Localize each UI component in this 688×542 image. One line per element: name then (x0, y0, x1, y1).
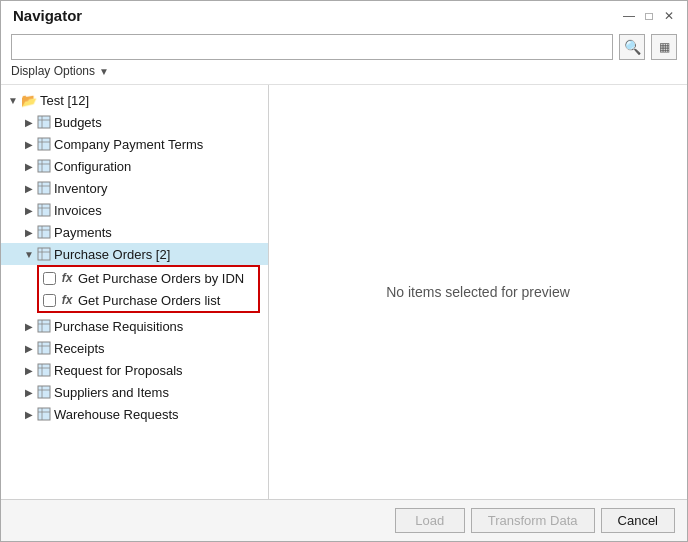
item-label: Get Purchase Orders by IDN (78, 271, 244, 286)
transform-data-button[interactable]: Transform Data (471, 508, 595, 533)
svg-rect-33 (38, 408, 50, 420)
tree-item-receipts[interactable]: ▶ Receipts (1, 337, 268, 359)
expand-icon: ▼ (21, 249, 37, 260)
table-icon (37, 181, 51, 195)
svg-rect-24 (38, 342, 50, 354)
tree-item-suppliers-and-items[interactable]: ▶ Suppliers and Items (1, 381, 268, 403)
window-body: 🔍 ▦ Display Options ▼ ▼ 📂 Test [12] (1, 28, 687, 541)
tree-item-request-for-proposals[interactable]: ▶ Request for Proposals (1, 359, 268, 381)
item-label: Get Purchase Orders list (78, 293, 220, 308)
item-checkbox[interactable] (43, 272, 56, 285)
root-label: Test [12] (40, 93, 89, 108)
svg-rect-15 (38, 226, 50, 238)
tree-item-configuration[interactable]: ▶ Configuration (1, 155, 268, 177)
item-label: Payments (54, 225, 112, 240)
navigator-window: Navigator — □ ✕ 🔍 ▦ Display Options ▼ (0, 0, 688, 542)
table-icon (37, 319, 51, 333)
footer: Load Transform Data Cancel (1, 499, 687, 541)
svg-rect-27 (38, 364, 50, 376)
item-label: Budgets (54, 115, 102, 130)
table-icon (37, 407, 51, 421)
item-label: Configuration (54, 159, 131, 174)
svg-rect-21 (38, 320, 50, 332)
item-label: Purchase Orders [2] (54, 247, 170, 262)
svg-rect-12 (38, 204, 50, 216)
svg-rect-18 (38, 248, 50, 260)
load-button[interactable]: Load (395, 508, 465, 533)
item-label: Company Payment Terms (54, 137, 203, 152)
function-icon: fx (60, 271, 74, 285)
root-folder-icon: 📂 (21, 93, 37, 108)
table-icon (37, 247, 51, 261)
tree-item-payments[interactable]: ▶ Payments (1, 221, 268, 243)
tree-item-budgets[interactable]: ▶ Budgets (1, 111, 268, 133)
function-icon: fx (60, 293, 74, 307)
search-button[interactable]: 🔍 (619, 34, 645, 60)
filter-icon: ▦ (659, 40, 670, 54)
window-title: Navigator (13, 7, 82, 24)
svg-rect-6 (38, 160, 50, 172)
table-icon (37, 137, 51, 151)
expand-icon: ▶ (21, 117, 37, 128)
svg-rect-30 (38, 386, 50, 398)
expand-icon: ▶ (21, 227, 37, 238)
expand-icon: ▶ (21, 205, 37, 216)
expand-icon: ▶ (21, 139, 37, 150)
display-options-arrow: ▼ (99, 66, 109, 77)
tree-item-get-purchase-orders-list[interactable]: fx Get Purchase Orders list (39, 289, 258, 311)
maximize-button[interactable]: □ (641, 8, 657, 24)
expand-icon: ▶ (21, 321, 37, 332)
expand-icon: ▶ (21, 387, 37, 398)
table-icon (37, 203, 51, 217)
tree-item-warehouse-requests[interactable]: ▶ Warehouse Requests (1, 403, 268, 425)
search-icon: 🔍 (624, 39, 641, 55)
expand-icon: ▶ (21, 409, 37, 420)
svg-rect-0 (38, 116, 50, 128)
content-area: ▼ 📂 Test [12] ▶ Budgets (1, 85, 687, 499)
tree-item-company-payment-terms[interactable]: ▶ Company Payment Terms (1, 133, 268, 155)
table-icon (37, 225, 51, 239)
expand-icon: ▶ (21, 161, 37, 172)
expand-icon: ▶ (21, 365, 37, 376)
table-icon (37, 159, 51, 173)
window-controls: — □ ✕ (621, 8, 677, 24)
item-label: Request for Proposals (54, 363, 183, 378)
tree-item-get-purchase-orders-by-idn[interactable]: fx Get Purchase Orders by IDN (39, 267, 258, 289)
table-icon (37, 115, 51, 129)
top-bar: 🔍 ▦ Display Options ▼ (1, 28, 687, 85)
highlight-box: fx Get Purchase Orders by IDN fx Get Pur… (37, 265, 260, 313)
table-icon (37, 363, 51, 377)
close-button[interactable]: ✕ (661, 8, 677, 24)
tree-item-invoices[interactable]: ▶ Invoices (1, 199, 268, 221)
tree-root[interactable]: ▼ 📂 Test [12] (1, 89, 268, 111)
item-label: Suppliers and Items (54, 385, 169, 400)
root-expand-icon: ▼ (5, 95, 21, 106)
table-icon (37, 385, 51, 399)
tree-item-inventory[interactable]: ▶ Inventory (1, 177, 268, 199)
title-bar: Navigator — □ ✕ (1, 1, 687, 28)
item-label: Invoices (54, 203, 102, 218)
expand-icon: ▶ (21, 183, 37, 194)
display-options-label[interactable]: Display Options (11, 64, 95, 78)
item-checkbox[interactable] (43, 294, 56, 307)
display-options-row: Display Options ▼ (11, 64, 677, 78)
filter-button[interactable]: ▦ (651, 34, 677, 60)
preview-panel: No items selected for preview (269, 85, 687, 499)
search-input[interactable] (11, 34, 613, 60)
svg-rect-9 (38, 182, 50, 194)
item-label: Inventory (54, 181, 107, 196)
cancel-button[interactable]: Cancel (601, 508, 675, 533)
preview-empty-text: No items selected for preview (386, 284, 570, 300)
item-label: Receipts (54, 341, 105, 356)
tree-panel: ▼ 📂 Test [12] ▶ Budgets (1, 85, 269, 499)
tree-item-purchase-orders[interactable]: ▼ Purchase Orders [2] (1, 243, 268, 265)
expand-icon: ▶ (21, 343, 37, 354)
svg-rect-3 (38, 138, 50, 150)
item-label: Purchase Requisitions (54, 319, 183, 334)
table-icon (37, 341, 51, 355)
tree-item-purchase-requisitions[interactable]: ▶ Purchase Requisitions (1, 315, 268, 337)
search-row: 🔍 ▦ (11, 34, 677, 60)
minimize-button[interactable]: — (621, 8, 637, 24)
item-label: Warehouse Requests (54, 407, 179, 422)
